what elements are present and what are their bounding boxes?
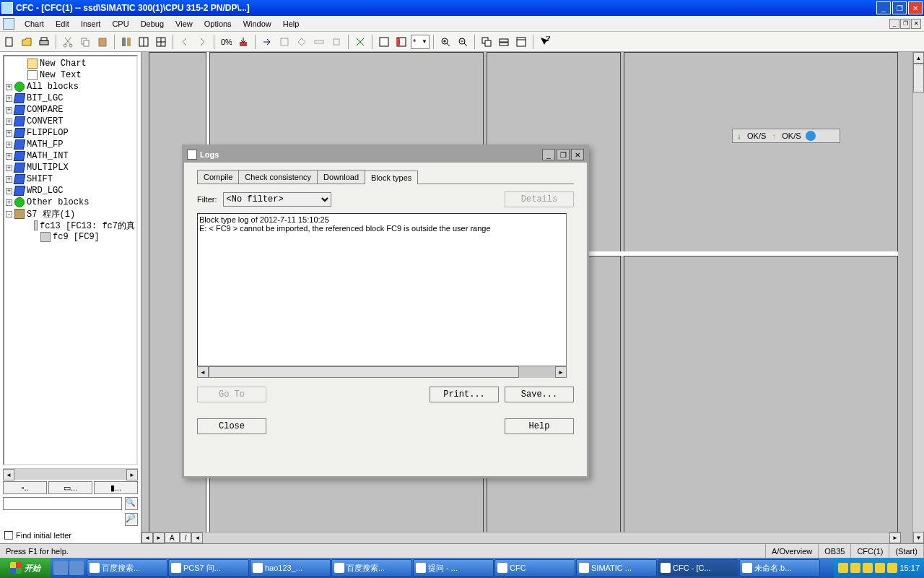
copy-icon[interactable] <box>77 34 93 50</box>
clock[interactable]: 15:17 <box>899 564 920 572</box>
tool3-icon[interactable] <box>311 34 327 50</box>
filter-select[interactable]: <No filter> <box>223 192 331 207</box>
tree-item[interactable]: New Chart <box>6 58 135 69</box>
tree-item[interactable]: +COMPARE <box>6 104 135 116</box>
view2-icon[interactable] <box>393 34 409 50</box>
next-icon[interactable] <box>194 34 210 50</box>
dialog-titlebar[interactable]: Logs _ ❐ ✕ <box>184 147 587 163</box>
taskbar-item[interactable]: 百度搜索... <box>331 559 412 577</box>
close-button[interactable]: ✕ <box>908 1 923 14</box>
tree-item[interactable]: -S7 程序(1) <box>6 208 135 220</box>
tree-expander[interactable]: + <box>6 153 12 160</box>
find-initial-checkbox[interactable]: Find initial letter <box>4 529 136 542</box>
maximize-button[interactable]: ❐ <box>892 1 907 14</box>
canvas-hscroll[interactable]: ◄► A/ ◄► <box>141 532 901 543</box>
mdi-restore-button[interactable]: ❐ <box>900 19 910 29</box>
view1-icon[interactable] <box>376 34 392 50</box>
find-input[interactable] <box>3 497 122 510</box>
tree-item[interactable]: +All blocks <box>6 81 135 92</box>
find-next-button[interactable]: 🔎 <box>125 513 138 526</box>
new-icon[interactable] <box>1 34 17 50</box>
prev-icon[interactable] <box>177 34 193 50</box>
tree-expander[interactable]: + <box>6 95 12 102</box>
tray-icon[interactable] <box>863 563 873 573</box>
help-button[interactable]: Help <box>505 418 574 434</box>
save-button[interactable]: Save... <box>505 387 574 402</box>
tree-item[interactable]: New Text <box>6 69 135 81</box>
start-button[interactable]: 开始 <box>0 558 51 578</box>
block-tree[interactable]: New ChartNew Text+All blocks+BIT_LGC+COM… <box>3 55 138 465</box>
zoom-out-icon[interactable] <box>455 34 471 50</box>
tree-hscroll[interactable]: ◄► <box>3 468 138 480</box>
tree-expander[interactable]: + <box>6 165 12 171</box>
tree-item[interactable]: +SHIFT <box>6 173 135 185</box>
side-tab-1[interactable]: ▫.. <box>3 481 47 494</box>
taskbar-item[interactable]: SIMATIC ... <box>576 559 657 577</box>
dialog-minimize-button[interactable]: _ <box>542 149 555 160</box>
open-icon[interactable] <box>19 34 35 50</box>
tree-expander[interactable]: + <box>6 118 12 125</box>
quicklaunch-icon[interactable] <box>69 561 84 575</box>
log-hscroll[interactable]: ◄► <box>197 366 567 378</box>
mdi-close-button[interactable]: ✕ <box>911 19 921 29</box>
zoom-in-icon[interactable] <box>437 34 453 50</box>
menu-help[interactable]: Help <box>277 18 305 30</box>
menu-view[interactable]: View <box>170 18 199 30</box>
tree-item[interactable]: +MATH_FP <box>6 139 135 150</box>
menu-cpu[interactable]: CPU <box>106 18 134 30</box>
mdi-minimize-button[interactable]: _ <box>889 19 899 29</box>
menu-window[interactable]: Window <box>237 18 277 30</box>
tray-icon[interactable] <box>838 563 848 573</box>
menu-chart[interactable]: Chart <box>19 18 50 30</box>
taskbar-item[interactable]: 未命名.b... <box>739 559 820 577</box>
tray-icon[interactable] <box>887 563 897 573</box>
tree-item[interactable]: +CONVERT <box>6 116 135 127</box>
tree-item[interactable]: +Other blocks <box>6 197 135 208</box>
tab-blocktypes[interactable]: Block types <box>365 171 418 184</box>
tree-item[interactable]: +FLIPFLOP <box>6 127 135 139</box>
window3-icon[interactable] <box>513 34 529 50</box>
tree-expander[interactable]: - <box>6 211 12 217</box>
print-icon[interactable] <box>36 34 52 50</box>
tool1-icon[interactable] <box>276 34 292 50</box>
tree-item[interactable]: fc13 [FC13: fc7的真 <box>6 220 135 231</box>
close-button[interactable]: Close <box>197 418 266 434</box>
find-button[interactable]: 🔍 <box>125 497 138 510</box>
tree-expander[interactable]: + <box>6 176 12 183</box>
zoom-combo[interactable]: *▼ <box>411 35 430 49</box>
tray-icon[interactable] <box>850 563 860 573</box>
taskbar-item[interactable]: PCS7 问... <box>168 559 249 577</box>
tree-expander[interactable]: + <box>6 142 12 148</box>
window1-icon[interactable] <box>479 34 494 50</box>
minimize-button[interactable]: _ <box>876 1 891 14</box>
tab-check[interactable]: Check consistency <box>238 170 318 184</box>
menu-insert[interactable]: Insert <box>75 18 107 30</box>
tab-compile[interactable]: Compile <box>197 170 239 184</box>
cut-icon[interactable] <box>60 34 76 50</box>
taskbar-item[interactable]: CFC - [C... <box>658 559 738 577</box>
taskbar-item[interactable]: CFC <box>494 559 575 577</box>
tree-expander[interactable]: + <box>6 199 12 206</box>
context-help-icon[interactable]: ? <box>537 34 553 50</box>
tree-item[interactable]: +WRD_LGC <box>6 185 135 197</box>
tree-expander[interactable]: + <box>6 84 12 90</box>
tree-item[interactable]: +BIT_LGC <box>6 92 135 104</box>
catalog-icon[interactable] <box>118 34 134 50</box>
tree-expander[interactable]: + <box>6 107 12 113</box>
menu-debug[interactable]: Debug <box>135 18 170 30</box>
tree-item[interactable]: +MATH_INT <box>6 150 135 162</box>
download-icon[interactable] <box>235 34 251 50</box>
window2-icon[interactable] <box>496 34 512 50</box>
menu-edit[interactable]: Edit <box>50 18 75 30</box>
tree-item[interactable]: fc9 [FC9] <box>6 231 135 243</box>
connections-icon[interactable] <box>352 34 368 50</box>
taskbar-item[interactable]: 百度搜索... <box>87 559 167 577</box>
dialog-maximize-button[interactable]: ❐ <box>557 149 570 160</box>
tree-expander[interactable]: + <box>6 130 12 137</box>
layout1-icon[interactable] <box>136 34 152 50</box>
tree-expander[interactable]: + <box>6 188 12 194</box>
details-button[interactable]: Details <box>505 191 574 207</box>
canvas-vscroll[interactable]: ▲▼ <box>912 52 924 543</box>
menu-options[interactable]: Options <box>199 18 237 30</box>
tool4-icon[interactable] <box>328 34 344 50</box>
